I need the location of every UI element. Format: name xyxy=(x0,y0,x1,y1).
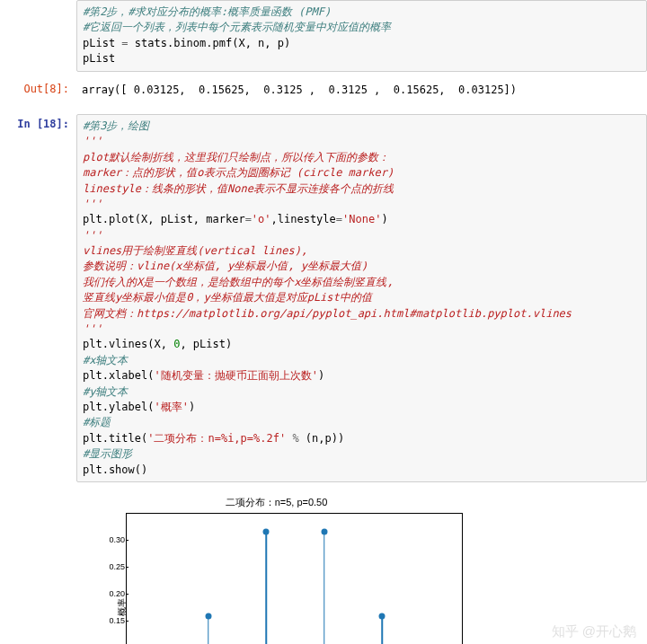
docstring: 参数说明：vline(x坐标值, y坐标最小值, y坐标最大值) xyxy=(83,260,368,272)
comment: #标题 xyxy=(83,416,111,428)
docstring: ''' xyxy=(83,322,102,335)
code-text: ) xyxy=(189,401,195,413)
docstring: 官网文档：https://matplotlib.org/api/pyplot_a… xyxy=(83,307,572,320)
docstring: 我们传入的X是一个数组，是给数组中的每个x坐标值绘制竖直线, xyxy=(83,276,394,288)
code-text: plt.ylabel( xyxy=(83,401,154,413)
code-cell-18: In [18]: #第3步，绘图 ''' plot默认绘制折线，这里我们只绘制点… xyxy=(0,114,647,482)
code-text: pList xyxy=(83,37,121,49)
plot-box: 概率 随机变量：抛硬币正面朝上次数 xyxy=(126,513,463,644)
code-text: plt.title( xyxy=(83,432,147,445)
docstring: ''' xyxy=(83,135,102,147)
code-text: ) xyxy=(381,213,387,225)
output-text: array([ 0.03125, 0.15625, 0.3125 , 0.312… xyxy=(82,84,517,96)
code-op: = xyxy=(336,213,342,225)
code-cell-1: #第2步，#求对应分布的概率:概率质量函数 (PMF) #它返回一个列表，列表中… xyxy=(0,0,647,72)
in-prompt-18: In [18]: xyxy=(0,114,76,482)
out-prompt-8: Out[8]: xyxy=(0,79,76,101)
y-tick: 0.30 xyxy=(105,535,125,544)
docstring: marker：点的形状，值o表示点为圆圈标记 (circle marker) xyxy=(83,166,394,179)
comment: #x轴文本 xyxy=(83,354,128,366)
comment: #显示图形 xyxy=(83,447,132,460)
code-body-18[interactable]: #第3步，绘图 ''' plot默认绘制折线，这里我们只绘制点，所以传入下面的参… xyxy=(76,114,647,482)
comment: #第3步，绘图 xyxy=(83,119,149,132)
code-body-1[interactable]: #第2步，#求对应分布的概率:概率质量函数 (PMF) #它返回一个列表，列表中… xyxy=(76,0,647,72)
chart-area: 概率 随机变量：抛硬币正面朝上次数 0.000.050.100.150.200.… xyxy=(76,513,476,644)
docstring: ''' xyxy=(83,198,102,210)
comment: #第2步，#求对应分布的概率:概率质量函数 (PMF) xyxy=(83,5,331,18)
docstring: ''' xyxy=(83,229,102,242)
code-op: = xyxy=(121,37,128,49)
code-text: pList xyxy=(83,52,115,65)
code-op: % xyxy=(286,432,306,445)
data-marker xyxy=(379,613,386,620)
docstring: plot默认绘制折线，这里我们只绘制点，所以传入下面的参数： xyxy=(83,151,389,163)
code-text: ,linestyle xyxy=(271,213,336,225)
code-text: (n,p)) xyxy=(306,432,344,445)
chart-output: 二项分布：n=5, p=0.50 概率 随机变量：抛硬币正面朝上次数 0.000… xyxy=(76,482,476,644)
string: '二项分布：n=%i,p=%.2f' xyxy=(147,432,286,445)
watermark: 知乎 @开心鹅 xyxy=(552,623,636,640)
prompt-col-1 xyxy=(0,0,76,72)
output-body-8: array([ 0.03125, 0.15625, 0.3125 , 0.312… xyxy=(76,79,647,101)
code-text: plt.vlines(X, xyxy=(83,338,173,350)
data-marker xyxy=(321,529,327,535)
y-tick: 0.20 xyxy=(105,589,125,598)
comment: #y轴文本 xyxy=(83,385,128,398)
string: 'o' xyxy=(252,213,271,225)
string: '概率' xyxy=(154,401,188,413)
code-op: = xyxy=(245,213,252,225)
y-tick: 0.15 xyxy=(105,616,125,625)
string: 'None' xyxy=(342,213,381,225)
stem-line xyxy=(324,532,325,644)
code-text: plt.plot(X, pList, marker xyxy=(83,213,245,225)
code-text: plt.xlabel( xyxy=(83,369,154,382)
code-text: , pList) xyxy=(180,338,232,350)
code-text: stats.binom.pmf(X, n, p) xyxy=(129,37,291,49)
code-text: ) xyxy=(318,369,324,382)
code-text: plt.show() xyxy=(83,463,147,476)
stem-line xyxy=(382,616,384,644)
data-marker xyxy=(205,613,211,620)
stem-line xyxy=(266,532,268,644)
output-cell-8: Out[8]: array([ 0.03125, 0.15625, 0.3125… xyxy=(0,79,647,101)
docstring: 竖直线y坐标最小值是0，y坐标值最大值是对应pList中的值 xyxy=(83,291,372,304)
chart-title: 二项分布：n=5, p=0.50 xyxy=(76,496,476,509)
string: '随机变量：抛硬币正面朝上次数' xyxy=(154,369,317,382)
docstring: vlines用于绘制竖直线(vertical lines), xyxy=(83,244,307,257)
comment: #它返回一个列表，列表中每个元素表示随机变量中对应值的概率 xyxy=(83,21,391,33)
stem-line xyxy=(208,616,209,644)
y-axis-label: 概率 xyxy=(116,598,129,616)
docstring: linestyle：线条的形状，值None表示不显示连接各个点的折线 xyxy=(83,182,394,195)
data-marker xyxy=(263,529,270,535)
y-tick: 0.25 xyxy=(105,562,125,571)
